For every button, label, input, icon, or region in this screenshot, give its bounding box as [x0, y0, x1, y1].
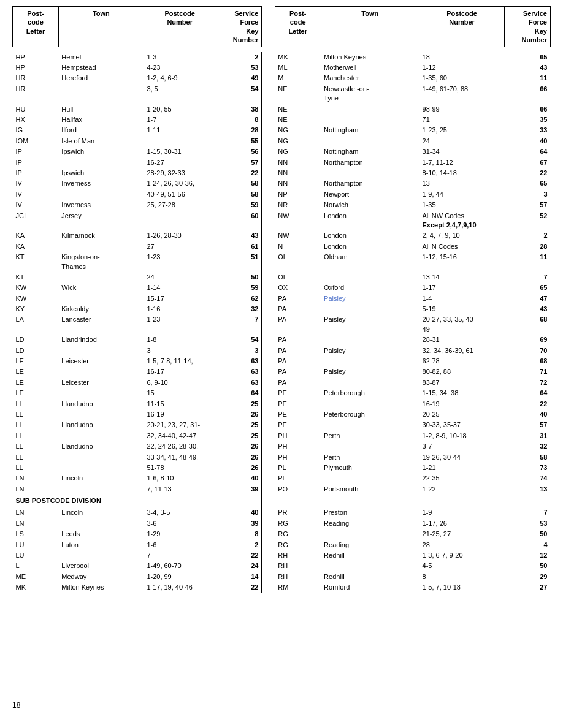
postcode-left: ME — [13, 572, 59, 582]
postnum-left: 1-8 — [144, 335, 216, 345]
sfk-left: 60 — [216, 211, 262, 231]
postnum-right: 1-22 — [419, 484, 505, 495]
table-row: LE Leicester 6, 9-10 63 PA 83-87 72 — [13, 377, 551, 388]
postcode-left: LA — [13, 314, 59, 335]
postcode-left: JCI — [13, 211, 59, 231]
postcode-right: NG — [275, 146, 321, 157]
postnum-left: 1-5, 7-8, 11-14, — [144, 356, 216, 366]
sfk-left: 59 — [216, 282, 262, 293]
postcode-right: RG — [275, 540, 321, 550]
sfk-left: 38 — [216, 104, 262, 115]
table-row: LN 7, 11-13 39 PO Portsmouth 1-22 13 — [13, 484, 551, 495]
town-left: Hempstead — [58, 63, 144, 73]
postnum-right: 32, 34, 36-39, 61 — [419, 346, 505, 356]
town-right: Newport — [321, 189, 419, 200]
sfk-right: 57 — [505, 200, 551, 210]
sfk-left: 2 — [216, 52, 262, 63]
sfk-right: 31 — [505, 431, 551, 441]
sfk-left: 22 — [216, 550, 262, 561]
postcode-right: OL — [275, 252, 321, 272]
sfk-right: 12 — [505, 550, 551, 561]
sfk-right: 70 — [505, 346, 551, 356]
town-right: Perth — [321, 431, 419, 441]
postnum-left: 27 — [144, 241, 216, 252]
table-row: LN Lincoln 1-6, 8-10 40 PL 22-35 74 — [13, 473, 551, 483]
postnum-right: 98-99 — [419, 104, 505, 115]
postnum-left: 7 — [144, 550, 216, 561]
town-right: Peterborough — [321, 409, 419, 420]
postcode-left: LN — [13, 484, 59, 495]
sfk-right: 65 — [505, 52, 551, 63]
table-row: IV Inverness 1-24, 26, 30-36, 58 NN Nort… — [13, 178, 551, 189]
postnum-left: 1-24, 26, 30-36, — [144, 178, 216, 189]
postnum-left: 6, 9-10 — [144, 377, 216, 388]
town-left: Kilmarnock — [58, 230, 144, 241]
sfk-right: 29 — [505, 572, 551, 582]
postnum-left: 15-17 — [144, 294, 216, 304]
postcode-right: NE — [275, 104, 321, 115]
postcode-left: LN — [13, 473, 59, 483]
postcode-right: PL — [275, 463, 321, 473]
town-left: Leicester — [58, 356, 144, 366]
postcode-right: PA — [275, 346, 321, 356]
postcode-right: PE — [275, 399, 321, 409]
table-row: KA Kilmarnock 1-26, 28-30 43 NW London 2… — [13, 230, 551, 241]
town-right: Motherwell — [321, 63, 419, 73]
town-right: Oxford — [321, 282, 419, 293]
sfk-left: 61 — [216, 241, 262, 252]
sfk-right: 50 — [505, 529, 551, 539]
postnum-right: 1-9, 44 — [419, 189, 505, 200]
town-left: Lancaster — [58, 314, 144, 335]
town-left: Ipswich — [58, 168, 144, 178]
sub-division-row: SUB POSTCODE DIVISION — [13, 495, 551, 507]
postcode-right: RM — [275, 582, 321, 593]
postcode-left: IOM — [13, 136, 59, 146]
town-left — [58, 409, 144, 420]
town-right: Northampton — [321, 157, 419, 168]
sfk-right: 69 — [505, 335, 551, 345]
postcode-right: PH — [275, 441, 321, 452]
table-row: HP Hempstead 4-23 53 ML Motherwell 1-12 … — [13, 63, 551, 73]
postcode-left: LL — [13, 420, 59, 430]
header-postnum-right: PostcodeNumber — [419, 7, 505, 47]
postnum-left: 1-23 — [144, 252, 216, 272]
sfk-left: 26 — [216, 452, 262, 463]
postnum-right: 22-35 — [419, 473, 505, 483]
sfk-right: 7 — [505, 507, 551, 518]
postnum-left: 1-49, 60-70 — [144, 561, 216, 571]
postnum-right: 20-27, 33, 35, 40-49 — [419, 314, 505, 335]
sfk-right: 53 — [505, 518, 551, 529]
postnum-left: 3, 5 — [144, 84, 216, 104]
sfk-right: 73 — [505, 463, 551, 473]
sfk-right: 64 — [505, 146, 551, 157]
town-left: Jersey — [58, 211, 144, 231]
table-row: KT Kingston-on-Thames 1-23 51 OL Oldham … — [13, 252, 551, 272]
town-left: Hemel — [58, 52, 144, 63]
town-right: London — [321, 211, 419, 231]
postnum-left: 25, 27-28 — [144, 200, 216, 210]
postcode-left: HR — [13, 73, 59, 83]
town-left: Llandudno — [58, 420, 144, 430]
table-row: HU Hull 1-20, 55 38 NE 98-99 66 — [13, 104, 551, 115]
postnum-right: 1-21 — [419, 463, 505, 473]
town-right: Manchester — [321, 73, 419, 83]
table-row: KW Wick 1-14 59 OX Oxford 1-17 65 — [13, 282, 551, 293]
sfk-left: 54 — [216, 335, 262, 345]
sfk-left: 26 — [216, 409, 262, 420]
town-right: Romford — [321, 582, 419, 593]
sfk-left: 39 — [216, 518, 262, 529]
town-left: Hull — [58, 104, 144, 115]
postnum-right: 20-25 — [419, 409, 505, 420]
postnum-left: 3-4, 3-5 — [144, 507, 216, 518]
postcode-left: KT — [13, 272, 59, 282]
postnum-right: 1-15, 34, 38 — [419, 388, 505, 398]
postcode-right: RH — [275, 550, 321, 561]
postcode-left: LD — [13, 335, 59, 345]
sfk-left: 8 — [216, 115, 262, 125]
sfk-right: 71 — [505, 366, 551, 377]
town-left: Medway — [58, 572, 144, 582]
town-right: Northampton — [321, 178, 419, 189]
postnum-right: 19-26, 30-44 — [419, 452, 505, 463]
postnum-right: 80-82, 88 — [419, 366, 505, 377]
town-right — [321, 272, 419, 282]
